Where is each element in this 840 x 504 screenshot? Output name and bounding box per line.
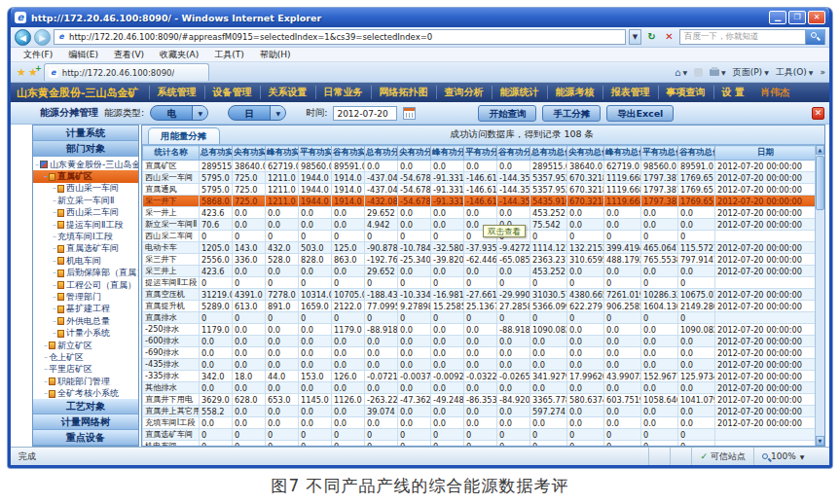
close-panel-icon[interactable]: ✕ — [812, 107, 824, 120]
column-header[interactable]: 峰有功分摊 — [431, 146, 464, 161]
sidebar-section-network-tree[interactable]: 计量网络树 — [33, 414, 138, 430]
zoom-control[interactable]: 100% ▼ — [753, 448, 829, 465]
tab-energy-allocation[interactable]: 用能量分摊 — [148, 127, 220, 144]
start-query-button[interactable]: 开始查询 — [478, 105, 536, 122]
table-row[interactable]: 充填车间Ⅰ工段0.00.00.00.00.00.00.00.00.00.00.0… — [143, 417, 817, 429]
close-icon[interactable]: ✕ — [808, 11, 825, 24]
refresh-icon[interactable]: ↻ — [644, 29, 659, 45]
search-icon[interactable] — [805, 29, 824, 45]
tree-item[interactable]: –新立采一车间Ⅱ — [33, 195, 138, 206]
tree-item[interactable]: –管理部门 — [33, 291, 138, 303]
sidebar-section-key-equipment[interactable]: 重点设备 — [33, 430, 138, 446]
favorites-star-icon[interactable]: ★ — [17, 66, 26, 79]
column-header[interactable]: 平有功实际 — [299, 146, 332, 161]
column-header[interactable]: 日期 — [715, 146, 817, 161]
column-header[interactable]: 总有功实际 — [200, 146, 233, 161]
tree-item[interactable]: –西山采二车间 — [33, 207, 138, 219]
minimize-icon[interactable]: ▁ — [769, 11, 786, 24]
print-button[interactable]: ▼ — [710, 69, 726, 76]
column-header[interactable]: 峰有功总值 — [604, 146, 641, 161]
add-favorite-icon[interactable]: ★ — [28, 66, 38, 79]
tree-item[interactable]: –基扩建工程 — [33, 304, 138, 315]
column-header[interactable]: 尖有功分摊 — [398, 146, 431, 161]
table-scrollbar[interactable]: ▲ ▼ — [815, 145, 824, 446]
search-input[interactable]: 百度一下，你就知道 — [679, 29, 825, 45]
table-row[interactable]: 采三井下2556.0336.0528.0828.0863.0-192.769-2… — [143, 254, 817, 266]
table-row[interactable]: 直属矿区289515.038640.062719.098560.089591.0… — [143, 161, 817, 172]
address-input[interactable]: e http://172.20.46.100:8090/#appreasfM09… — [54, 29, 626, 45]
scroll-up-icon[interactable]: ▲ — [816, 145, 824, 155]
table-row[interactable]: 直属选矿车间000000000000000 — [143, 429, 817, 441]
table-row[interactable]: 采三井上423.60.00.00.00.029.6520.00.00.00.04… — [143, 266, 817, 277]
nav-item[interactable]: 设 置 — [713, 86, 752, 99]
nav-item[interactable]: 设备管理 — [204, 86, 260, 99]
table-row[interactable]: -250排水1179.00.00.00.01179.0-88.9180.00.0… — [143, 324, 817, 336]
column-header[interactable]: 谷有功分摊 — [497, 146, 530, 161]
menu-item[interactable]: 工具(T) — [207, 49, 251, 61]
active-tab[interactable]: e http://172.20.46.100:8090/ — [44, 63, 209, 81]
overflow-chevron-icon[interactable]: » — [820, 67, 825, 77]
menu-item[interactable]: 帮助(H) — [253, 49, 298, 61]
tree-item[interactable]: –职能部门管理 — [33, 376, 138, 387]
tree-item[interactable]: –机电车间 — [33, 255, 138, 267]
table-row[interactable]: 新立采一车间Ⅱ70.60.00.00.00.04.9420.00.00.00.0… — [143, 219, 817, 231]
menu-item[interactable]: 收藏夹(A) — [153, 49, 205, 61]
sidebar-section-process[interactable]: 工艺对象 — [33, 399, 138, 414]
nav-item[interactable]: 能源考核 — [547, 86, 603, 99]
page-menu[interactable]: 页面(P)▼ — [733, 66, 769, 79]
tree-item[interactable]: –全矿考核小系统 — [33, 387, 138, 399]
nav-item[interactable]: 报表管理 — [603, 86, 658, 99]
tools-menu[interactable]: 工具(O)▼ — [776, 66, 814, 79]
column-header[interactable]: 谷有功实际 — [332, 146, 365, 161]
tree-item[interactable]: –新立矿区 — [33, 340, 138, 351]
table-row[interactable]: 直属井下用电3629.0628.0653.01145.01126.0-263.2… — [143, 394, 817, 406]
table-row[interactable]: 直属井上其它用电558.20.00.00.00.039.0740.00.00.0… — [143, 406, 817, 417]
menu-item[interactable]: 文件(F) — [17, 49, 59, 61]
feeds-button[interactable] — [694, 68, 703, 77]
nav-item[interactable]: 查询分析 — [436, 86, 492, 99]
stop-icon[interactable]: ✕ — [662, 29, 676, 45]
table-row[interactable]: 直属排水000000000000000 — [143, 312, 817, 324]
table-row[interactable]: 采一井上423.60.00.00.00.029.6520.00.00.00.04… — [143, 207, 817, 219]
table-row[interactable]: -690排水0.00.00.00.00.00.00.00.00.00.00.00… — [143, 347, 817, 359]
column-header[interactable]: 平有功分摊 — [464, 146, 497, 161]
table-row[interactable]: -600排水0.00.00.00.00.00.00.00.00.00.00.00… — [143, 336, 817, 347]
column-header[interactable]: 尖有功实际 — [233, 146, 266, 161]
nav-item[interactable]: 系统管理 — [149, 86, 204, 99]
column-header[interactable]: 总有功分摊 — [365, 146, 398, 161]
tree-item[interactable]: –直属矿区 — [33, 170, 138, 182]
table-row[interactable]: 提运车间Ⅱ工段000000000000000 — [143, 277, 817, 289]
scroll-down-icon[interactable]: ▼ — [816, 436, 824, 446]
table-row[interactable]: 采一井下5868.0725.01211.01944.01914.0-432.08… — [143, 196, 817, 207]
address-dropdown-icon[interactable]: ▼ — [629, 29, 641, 45]
table-row[interactable]: -335排水342.018.044.0153.0126.0-0.072124-0… — [143, 371, 817, 382]
column-header[interactable]: 总有功总值 — [530, 146, 567, 161]
table-row[interactable]: 西山采一车间5795.0725.01211.01944.01914.0-437.… — [143, 172, 817, 184]
table-row[interactable]: 其他排水0.00.00.00.00.00.00.00.00.00.00.00.0… — [143, 382, 817, 394]
tree-item[interactable]: –提运车间Ⅱ工段 — [33, 219, 138, 231]
column-header[interactable]: 峰有功实际 — [266, 146, 299, 161]
table-row[interactable]: -435排水0.00.00.00.00.00.00.00.00.00.00.00… — [143, 359, 817, 371]
tree-item[interactable]: –计量小系统 — [33, 327, 138, 339]
table-row[interactable]: 机电车间000000000000000 — [143, 441, 817, 447]
calendar-icon[interactable] — [403, 107, 416, 120]
forward-icon[interactable]: ▶ — [34, 29, 51, 46]
menu-item[interactable]: 编辑(E) — [61, 49, 105, 61]
manual-allocate-button[interactable]: 手工分摊 — [542, 105, 601, 122]
tree-item[interactable]: –外供电总量 — [33, 315, 138, 327]
back-icon[interactable]: ◀ — [15, 29, 31, 46]
column-header[interactable]: 统计名称 — [143, 146, 200, 161]
nav-item[interactable]: 能源统计 — [492, 86, 547, 99]
nav-item[interactable]: 事项查询 — [658, 86, 713, 99]
column-header[interactable]: 尖有功总值 — [567, 146, 604, 161]
nav-item[interactable]: 日常业务 — [315, 86, 371, 99]
nav-item[interactable]: 网络拓扑图 — [371, 86, 436, 99]
energy-type-select[interactable]: 电 ▼ — [150, 105, 208, 121]
sidebar-section-metering[interactable]: 计量系统 — [33, 126, 138, 141]
table-row[interactable]: 直属提升机5289.0613.0891.01659.02122.077.0995… — [143, 301, 817, 312]
tree-item[interactable]: –充填车间Ⅰ工段 — [33, 231, 138, 242]
table-row[interactable]: 西山采二车间000000000000000 — [143, 231, 817, 242]
tree-item[interactable]: –直属选矿车间 — [33, 243, 138, 255]
table-row[interactable]: 直属通风5795.0725.01211.01944.01914.0-437.04… — [143, 184, 817, 196]
home-button[interactable]: ⌂▼ — [675, 67, 687, 78]
